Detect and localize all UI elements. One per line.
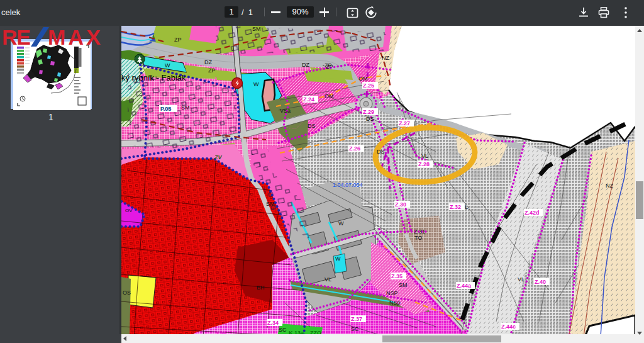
svg-text:VSa: VSa: [280, 108, 291, 114]
svg-text:NSP: NSP: [386, 290, 398, 296]
svg-text:OM: OM: [325, 93, 334, 99]
svg-text:RE: RE: [2, 25, 31, 49]
svg-text:NSp: NSp: [389, 300, 401, 306]
svg-text:VL: VL: [325, 276, 331, 283]
svg-text:SM: SM: [181, 104, 190, 111]
svg-text:P.05: P.05: [160, 106, 171, 112]
svg-text:W: W: [335, 256, 341, 262]
svg-text:Z.30: Z.30: [395, 201, 406, 208]
svg-text:Z.44c: Z.44c: [501, 323, 516, 330]
svg-text:MAX: MAX: [48, 25, 101, 49]
svg-text:VL: VL: [518, 276, 525, 283]
svg-text:1.04.07.054: 1.04.07.054: [333, 182, 363, 188]
svg-text:Z.29: Z.29: [363, 109, 374, 115]
svg-text:SM: SM: [399, 282, 408, 288]
svg-text:ZP: ZP: [208, 67, 216, 74]
svg-text:SM: SM: [266, 201, 275, 207]
svg-text:W: W: [165, 62, 170, 69]
svg-text:BH: BH: [257, 284, 265, 291]
svg-text:Z.32: Z.32: [450, 204, 461, 210]
svg-text:Z.37: Z.37: [351, 316, 362, 322]
svg-text:ZP: ZP: [174, 37, 182, 43]
svg-text:Z.28: Z.28: [418, 161, 430, 167]
svg-text:SC: SC: [351, 326, 359, 332]
svg-text:VL: VL: [421, 153, 428, 159]
svg-text:Z.26: Z.26: [349, 145, 360, 152]
svg-text:OV: OV: [125, 208, 133, 213]
svg-text:SM: SM: [252, 26, 261, 32]
svg-text:TO: TO: [414, 235, 422, 241]
svg-text:Z.40: Z.40: [535, 279, 546, 285]
svg-text:DS: DS: [308, 123, 316, 129]
svg-text:DZ: DZ: [204, 59, 212, 65]
svg-text:NZ: NZ: [606, 183, 613, 189]
svg-text:Z.42d: Z.42d: [525, 210, 540, 216]
svg-text:-ZP: -ZP: [323, 62, 332, 69]
svg-text:DS: DS: [377, 149, 385, 155]
svg-text:DS: DS: [366, 116, 374, 122]
svg-text:Z.34: Z.34: [267, 320, 279, 326]
svg-text:ZV: ZV: [214, 154, 222, 160]
svg-text:Z.35: Z.35: [391, 273, 402, 279]
svg-text:DZ: DZ: [302, 62, 309, 68]
svg-text:OM: OM: [358, 76, 368, 82]
svg-text:Z.24: Z.24: [303, 96, 314, 103]
svg-text:SC: SC: [279, 327, 287, 333]
svg-text:W: W: [338, 220, 344, 227]
svg-text:Z.31: Z.31: [414, 228, 425, 235]
svg-text:OS: OS: [123, 290, 131, 296]
svg-text:ký rybník - Fabiák: ký rybník - Fabiák: [121, 73, 186, 82]
svg-text:W: W: [253, 81, 259, 87]
svg-text:Z.27: Z.27: [399, 120, 410, 127]
svg-text:Z.44a: Z.44a: [457, 283, 472, 289]
svg-text:Z.25: Z.25: [363, 82, 374, 89]
svg-text:NZ: NZ: [382, 55, 389, 61]
